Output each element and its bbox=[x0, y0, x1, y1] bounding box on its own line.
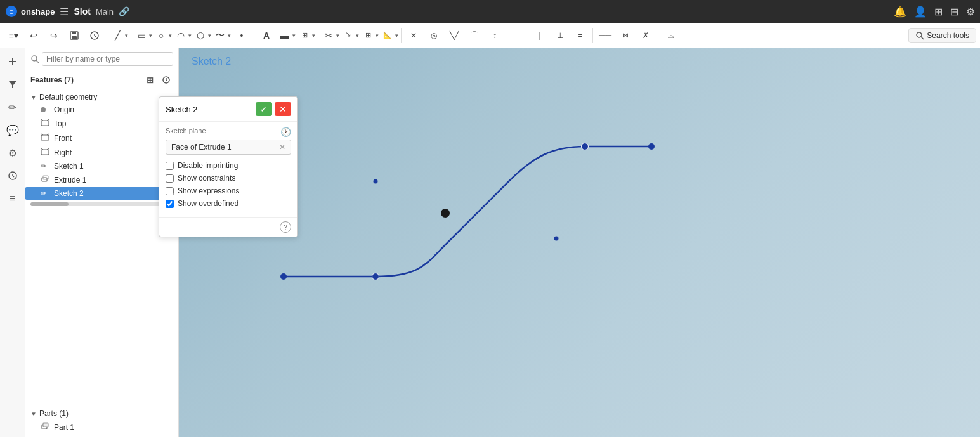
sym-constraint-button[interactable]: ⋈ bbox=[616, 26, 635, 45]
measure-tool-group[interactable]: 📐 ▾ bbox=[380, 26, 398, 45]
grid-icon[interactable]: ⊞ bbox=[934, 6, 943, 18]
vertical-constraint-button[interactable]: | bbox=[530, 26, 549, 45]
feature-list-toggle-button[interactable]: ≡▾ bbox=[4, 26, 23, 45]
offset-tool-arrow[interactable]: ▾ bbox=[356, 32, 359, 39]
endpoint-right[interactable] bbox=[648, 143, 655, 150]
rectangle-tool-arrow[interactable]: ▾ bbox=[149, 32, 152, 39]
history-clock-icon[interactable] bbox=[3, 166, 22, 185]
concentric-constraint-button[interactable]: ◎ bbox=[424, 26, 443, 45]
slot-tool-arrow[interactable]: ▾ bbox=[292, 32, 296, 39]
tangent-constraint-button[interactable]: ⌒ bbox=[465, 26, 484, 45]
offset-tool-group[interactable]: ⇲ ▾ bbox=[341, 26, 359, 45]
transform-tool-group[interactable]: ⊞ ▾ bbox=[297, 26, 315, 45]
front-plane-item[interactable]: Front bbox=[25, 131, 178, 145]
transform-tool-button[interactable]: ⊞ bbox=[297, 26, 312, 45]
pattern-tool-button[interactable]: ⊞ bbox=[360, 26, 376, 45]
equal-constraint-button[interactable]: ─╌─ bbox=[596, 26, 615, 45]
arc-tool-group[interactable]: ◠ ▾ bbox=[173, 26, 192, 45]
sketch-confirm-button[interactable]: ✓ bbox=[256, 102, 272, 116]
polygon-tool-arrow[interactable]: ▾ bbox=[208, 32, 211, 39]
feature-scrollbar[interactable] bbox=[30, 202, 173, 206]
point-tool-button[interactable]: • bbox=[232, 26, 251, 45]
arc-tool-arrow[interactable]: ▾ bbox=[188, 32, 192, 39]
history-button[interactable] bbox=[85, 26, 104, 45]
show-constraints-checkbox[interactable] bbox=[166, 174, 174, 183]
rectangle-tool-group[interactable]: ▭ ▾ bbox=[134, 26, 152, 45]
polygon-tool-group[interactable]: ⬡ ▾ bbox=[193, 26, 211, 45]
fix-constraint-button[interactable]: ✗ bbox=[636, 26, 655, 45]
top-plane-item[interactable]: Top bbox=[25, 116, 178, 131]
spline-tool-arrow[interactable]: ▾ bbox=[228, 32, 231, 39]
slot-tool-group[interactable]: ▬ ▾ bbox=[277, 26, 296, 45]
parts-list-icon[interactable]: ≡ bbox=[3, 189, 22, 208]
origin-item[interactable]: Origin bbox=[25, 103, 178, 116]
settings-cog-icon[interactable]: ⚙ bbox=[3, 143, 22, 162]
feature-search-input[interactable] bbox=[42, 52, 173, 66]
help-icon[interactable]: ? bbox=[280, 221, 291, 233]
sketch2-item[interactable]: ✏ Sketch 2 bbox=[25, 187, 178, 200]
slot-tool-button[interactable]: ▬ bbox=[277, 26, 292, 45]
trim-tool-group[interactable]: ✂ ▾ bbox=[321, 26, 339, 45]
horizontal-constraint-button[interactable]: — bbox=[510, 26, 529, 45]
spline-tool-button[interactable]: 〜 bbox=[212, 26, 228, 45]
polygon-tool-button[interactable]: ⬡ bbox=[193, 26, 208, 45]
extrude1-item[interactable]: Extrude 1 bbox=[25, 173, 178, 187]
midpoint-constraint-button[interactable]: ↕ bbox=[485, 26, 504, 45]
spline-tool-group[interactable]: 〜 ▾ bbox=[212, 26, 231, 45]
perpendicular-constraint-button[interactable]: ⊥ bbox=[551, 26, 570, 45]
measure-tool-arrow[interactable]: ▾ bbox=[395, 32, 398, 39]
right-plane-item[interactable]: Right bbox=[25, 145, 178, 160]
disable-imprinting-checkbox[interactable] bbox=[166, 162, 174, 170]
pattern-tool-arrow[interactable]: ▾ bbox=[376, 32, 379, 39]
show-expressions-checkbox[interactable] bbox=[166, 187, 174, 195]
add-feature-icon[interactable] bbox=[3, 52, 22, 71]
trim-tool-button[interactable]: ✂ bbox=[321, 26, 336, 45]
endpoint-left[interactable] bbox=[280, 273, 287, 280]
layout-icon[interactable]: ⊟ bbox=[950, 6, 958, 18]
circle-tool-button[interactable]: ○ bbox=[154, 26, 169, 45]
parts-group[interactable]: ▼ Parts (1) bbox=[25, 407, 178, 420]
arc-tool-button[interactable]: ◠ bbox=[173, 26, 188, 45]
coincident-constraint-button[interactable]: ✕ bbox=[404, 26, 423, 45]
trim-tool-arrow[interactable]: ▾ bbox=[336, 32, 339, 39]
control-point-1[interactable] bbox=[372, 273, 379, 280]
arc-dim-button[interactable]: ⌓ bbox=[661, 26, 680, 45]
sketch-icon-side[interactable]: ✏ bbox=[3, 98, 22, 117]
sketch-plane-select[interactable]: Face of Extrude 1 ✕ bbox=[166, 140, 291, 155]
circle-tool-group[interactable]: ○ ▾ bbox=[154, 26, 172, 45]
chat-icon[interactable]: 💬 bbox=[3, 121, 22, 140]
redo-button[interactable]: ↪ bbox=[44, 26, 63, 45]
feature-history-icon[interactable] bbox=[159, 73, 173, 87]
filter-icon[interactable] bbox=[3, 75, 22, 94]
line-tool-group[interactable]: ╱ ▾ bbox=[110, 26, 128, 45]
part1-item[interactable]: Part 1 bbox=[25, 420, 178, 434]
feature-display-icon[interactable]: ⊞ bbox=[143, 73, 157, 87]
rectangle-tool-button[interactable]: ▭ bbox=[134, 26, 149, 45]
search-tools-button[interactable]: Search tools bbox=[908, 28, 976, 43]
pattern-tool-group[interactable]: ⊞ ▾ bbox=[360, 26, 379, 45]
offset-tool-button[interactable]: ⇲ bbox=[341, 26, 356, 45]
link-icon[interactable]: 🔗 bbox=[119, 6, 129, 16]
measure-tool-button[interactable]: 📐 bbox=[380, 26, 395, 45]
default-geometry-group[interactable]: ▼ Default geometry bbox=[25, 91, 178, 103]
sketch1-item[interactable]: ✏ Sketch 1 bbox=[25, 160, 178, 173]
control-point-2[interactable] bbox=[582, 143, 589, 150]
line-tool-button[interactable]: ╱ bbox=[110, 26, 125, 45]
feature-scrollbar-thumb[interactable] bbox=[30, 202, 69, 206]
main-tab[interactable]: Main bbox=[96, 7, 114, 16]
transform-tool-arrow[interactable]: ▾ bbox=[312, 32, 315, 39]
circle-tool-arrow[interactable]: ▾ bbox=[169, 32, 172, 39]
hamburger-menu[interactable]: ☰ bbox=[60, 6, 69, 18]
account-icon[interactable]: 👤 bbox=[914, 6, 927, 18]
text-tool-button[interactable]: A bbox=[257, 26, 276, 45]
control-point-mid[interactable] bbox=[441, 209, 450, 218]
sketch-clock-button[interactable]: 🕑 bbox=[280, 127, 291, 137]
notifications-icon[interactable]: 🔔 bbox=[894, 6, 906, 18]
sketch-cancel-button[interactable]: ✕ bbox=[275, 102, 291, 116]
undo-button[interactable]: ↩ bbox=[24, 26, 43, 45]
parallel-constraint-button[interactable]: = bbox=[571, 26, 590, 45]
collinear-constraint-button[interactable]: ╲╱ bbox=[445, 26, 464, 45]
line-tool-arrow[interactable]: ▾ bbox=[125, 32, 128, 39]
settings-icon[interactable]: ⚙ bbox=[966, 6, 975, 18]
canvas[interactable]: Sketch 2 bbox=[179, 48, 980, 437]
